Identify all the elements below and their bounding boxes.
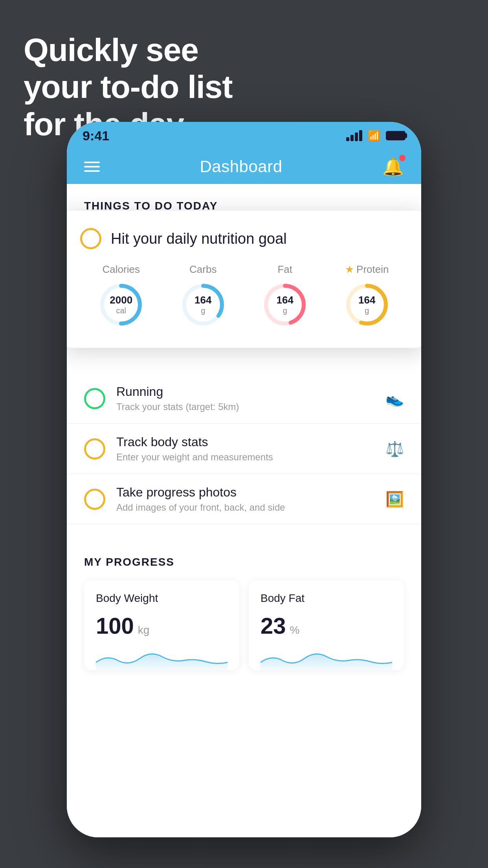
nutrition-item: Carbs 164 g [180,263,227,328]
progress-section: MY PROGRESS Body Weight 100 kg Body [67,536,421,670]
todo-item[interactable]: Running Track your stats (target: 5km) 👟 [67,373,421,424]
nav-title: Dashboard [200,157,283,176]
notification-dot [399,155,405,161]
todo-action-icon: 👟 [385,390,404,407]
donut-value: 2000 cal [110,294,132,315]
todo-text: Take progress photos Add images of your … [116,485,374,513]
card-title-row: Hit your daily nutrition goal [80,228,408,249]
progress-cards: Body Weight 100 kg Body Fat 23 % [84,580,404,670]
nutrition-label: Carbs [189,263,216,276]
todo-item[interactable]: Take progress photos Add images of your … [67,474,421,524]
progress-card[interactable]: Body Fat 23 % [249,580,404,670]
donut-chart: 2000 cal [97,281,145,328]
donut-value: 164 g [277,294,294,315]
nutrition-label: ★ Protein [345,263,389,276]
todo-circle [84,438,105,460]
signal-icon [346,130,362,141]
nutrition-item: ★ Protein 164 g [343,263,391,328]
progress-card-title: Body Fat [261,592,392,605]
notifications-button[interactable]: 🔔 [382,156,404,177]
nutrition-row: Calories 2000 cal Carbs 164 g [80,263,408,328]
todo-item[interactable]: Track body stats Enter your weight and m… [67,424,421,474]
todo-action-icon: 🖼️ [385,491,404,508]
donut-value: 164 g [194,294,211,315]
status-icons: 📶 [346,130,405,142]
progress-unit: % [290,624,300,636]
wifi-icon: 📶 [368,130,380,142]
todo-circle [84,489,105,510]
star-icon: ★ [345,263,354,276]
todo-subtitle: Add images of your front, back, and side [116,502,374,513]
donut-value: 164 g [358,294,375,315]
todo-title: Track body stats [116,435,374,449]
mini-chart [96,647,227,670]
todo-title: Take progress photos [116,485,374,500]
nutrition-item: Calories 2000 cal [97,263,145,328]
progress-unit: kg [138,624,150,636]
todo-text: Track body stats Enter your weight and m… [116,435,374,463]
status-time: 9:41 [83,128,109,143]
donut-chart: 164 g [180,281,227,328]
progress-number: 23 [261,612,286,639]
menu-button[interactable] [84,162,100,172]
donut-chart: 164 g [261,281,308,328]
todo-subtitle: Enter your weight and measurements [116,452,374,463]
mini-chart [261,647,392,670]
donut-chart: 164 g [343,281,391,328]
todo-list: Running Track your stats (target: 5km) 👟… [67,373,421,524]
todo-title: Running [116,384,374,399]
navbar: Dashboard 🔔 [67,149,421,184]
card-title: Hit your daily nutrition goal [111,230,287,247]
phone-content: THINGS TO DO TODAY Hit your daily nutrit… [67,184,421,837]
progress-card[interactable]: Body Weight 100 kg [84,580,239,670]
nutrition-item: Fat 164 g [261,263,308,328]
phone-mockup: 9:41 📶 Dashboard 🔔 THINGS TO DO TODAY [67,122,421,837]
progress-card-title: Body Weight [96,592,227,605]
battery-icon [386,131,405,140]
nutrition-card: Hit your daily nutrition goal Calories 2… [67,211,421,348]
status-bar: 9:41 📶 [67,122,421,149]
progress-number: 100 [96,612,134,639]
todo-subtitle: Track your stats (target: 5km) [116,401,374,412]
progress-value: 100 kg [96,612,227,639]
todo-text: Running Track your stats (target: 5km) [116,384,374,412]
nutrition-label: Calories [103,263,140,276]
todo-circle [84,388,105,409]
task-circle-nutrition [80,228,101,249]
nutrition-label: Fat [277,263,292,276]
todo-action-icon: ⚖️ [385,440,404,458]
progress-value: 23 % [261,612,392,639]
progress-title: MY PROGRESS [84,556,404,568]
